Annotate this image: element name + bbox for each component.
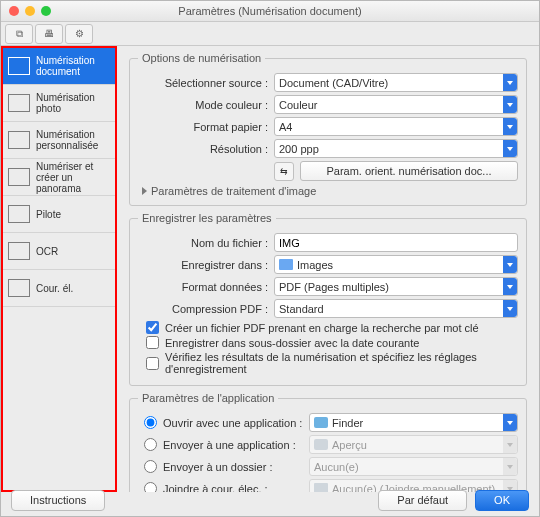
document-icon [8,57,30,75]
select-send-folder: Aucun(e) [309,457,518,476]
footer: Instructions Par défaut OK [1,488,539,512]
panorama-icon [8,168,30,186]
sidebar-item-panorama[interactable]: Numériser et créer un panorama [3,159,115,196]
select-data-format[interactable]: PDF (Pages multiples) [274,277,518,296]
sidebar-item-label: Pilote [36,209,61,220]
select-paper[interactable]: A4 [274,117,518,136]
tool-scan-pc-icon[interactable]: ⧉ [5,24,33,44]
sidebar-item-ocr[interactable]: OCR [3,233,115,270]
sidebar-item-document[interactable]: Numérisation document [3,48,115,85]
check-verify-results[interactable] [146,357,159,370]
email-icon [8,279,30,297]
ok-button[interactable]: OK [475,490,529,511]
label-savein: Enregistrer dans : [138,259,268,271]
titlebar: Paramètres (Numérisation document) [1,1,539,22]
sidebar: Numérisation document Numérisation photo… [1,46,117,492]
select-pdf-compression[interactable]: Standard [274,299,518,318]
label-paper: Format papier : [138,121,268,133]
driver-icon [8,205,30,223]
app-icon [314,439,328,450]
select-send-app: Aperçu [309,435,518,454]
radio-label: Envoyer à une application : [163,439,303,451]
sidebar-item-label: Numériser et créer un panorama [36,161,110,194]
radio-open-with[interactable] [144,416,157,429]
sidebar-item-photo[interactable]: Numérisation photo [3,85,115,122]
disclosure-image-processing[interactable]: Paramètres de traitement d'image [142,185,518,197]
app-icon [314,417,328,428]
select-color[interactable]: Couleur [274,95,518,114]
main-content: Options de numérisation Sélectionner sou… [117,46,539,492]
label-source: Sélectionner source : [138,77,268,89]
tool-scan-device-icon[interactable]: 🖶 [35,24,63,44]
sidebar-item-email[interactable]: Cour. él. [3,270,115,307]
folder-icon [279,259,293,270]
defaults-button[interactable]: Par défaut [378,490,467,511]
sidebar-item-label: Numérisation personnalisée [36,129,110,151]
orientation-settings-button[interactable]: Param. orient. numérisation doc... [300,161,518,181]
group-scan-options: Options de numérisation Sélectionner sou… [129,52,527,206]
check-label: Vérifiez les résultats de la numérisatio… [165,351,518,375]
radio-label: Envoyer à un dossier : [163,461,303,473]
check-label: Créer un fichier PDF prenant en charge l… [165,322,479,334]
select-resolution[interactable]: 200 ppp [274,139,518,158]
instructions-button[interactable]: Instructions [11,490,105,511]
radio-send-app[interactable] [144,438,157,451]
group-save-settings: Enregistrer les paramètres Nom du fichie… [129,212,527,386]
label-compression: Compression PDF : [138,303,268,315]
ocr-icon [8,242,30,260]
label-resolution: Résolution : [138,143,268,155]
input-filename[interactable] [274,233,518,252]
group-title: Options de numérisation [138,52,265,64]
radio-send-folder[interactable] [144,460,157,473]
swap-orientation-button[interactable]: ⇆ [274,162,294,181]
radio-label: Ouvrir avec une application : [163,417,303,429]
check-date-subfolder[interactable] [146,336,159,349]
group-title: Enregistrer les paramètres [138,212,276,224]
label-format: Format données : [138,281,268,293]
custom-icon [8,131,30,149]
photo-icon [8,94,30,112]
sidebar-item-label: Numérisation photo [36,92,110,114]
select-save-in[interactable]: Images [274,255,518,274]
group-title: Paramètres de l'application [138,392,278,404]
tool-settings-icon[interactable]: ⚙ [65,24,93,44]
check-label: Enregistrer dans sous-dossier avec la da… [165,337,419,349]
disclosure-triangle-icon [142,187,147,195]
group-app-settings: Paramètres de l'application Ouvrir avec … [129,392,527,492]
sidebar-item-label: Cour. él. [36,283,73,294]
select-open-with[interactable]: Finder [309,413,518,432]
check-keyword-pdf[interactable] [146,321,159,334]
sidebar-item-driver[interactable]: Pilote [3,196,115,233]
label-color: Mode couleur : [138,99,268,111]
select-source[interactable]: Document (CAD/Vitre) [274,73,518,92]
sidebar-item-label: Numérisation document [36,55,110,77]
label-filename: Nom du fichier : [138,237,268,249]
sidebar-item-custom[interactable]: Numérisation personnalisée [3,122,115,159]
sidebar-item-label: OCR [36,246,58,257]
window-title: Paramètres (Numérisation document) [1,5,539,17]
toolbar: ⧉ 🖶 ⚙ [1,22,539,46]
